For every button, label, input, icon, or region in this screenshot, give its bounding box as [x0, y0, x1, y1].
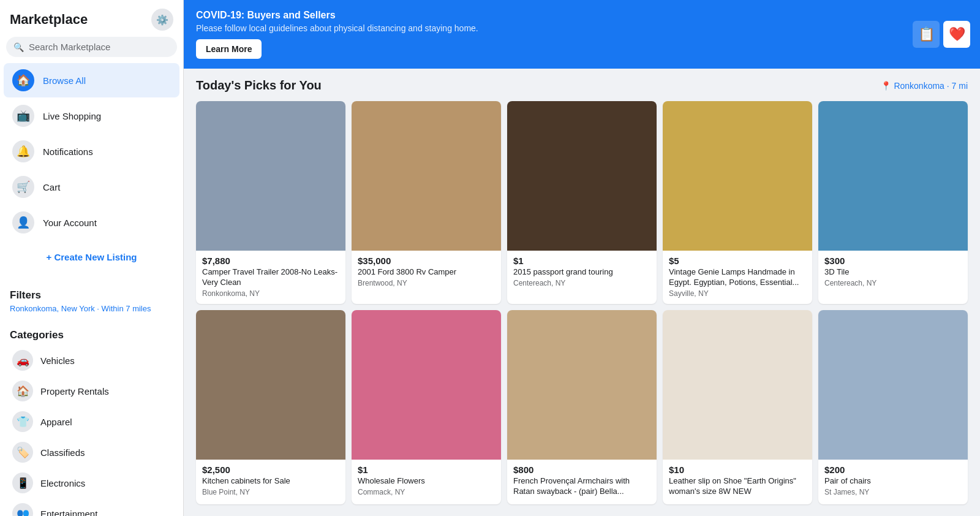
category-label: Classifieds	[40, 447, 85, 458]
product-name: Leather slip on Shoe "Earth Origins" wom…	[669, 476, 806, 497]
product-card[interactable]: $12015 passport grand touringCentereach,…	[507, 101, 657, 304]
product-price: $7,880	[202, 256, 339, 266]
category-item-apparel[interactable]: 👕 Apparel	[10, 406, 173, 437]
product-card[interactable]: $10Leather slip on Shoe "Earth Origins" …	[663, 310, 812, 504]
category-label: Apparel	[40, 417, 72, 427]
product-card[interactable]: $200Pair of chairsSt James, NY	[818, 310, 968, 504]
product-price: $800	[513, 465, 650, 475]
categories-section: Categories 🚗 Vehicles 🏠 Property Rentals…	[0, 324, 183, 516]
apparel-icon: 👕	[12, 411, 33, 432]
product-location: Commack, NY	[358, 488, 495, 496]
product-grid: $7,880Camper Travel Trailer 2008-No Leak…	[196, 101, 968, 504]
category-label: Entertainment	[40, 509, 97, 517]
product-name: 2001 Ford 3800 Rv Camper	[358, 267, 495, 278]
sidebar-item-notifications[interactable]: 🔔 Notifications	[4, 134, 179, 169]
product-price: $200	[824, 465, 962, 475]
product-name: Wholesale Flowers	[358, 476, 495, 487]
entertainment-icon: 👥	[12, 503, 33, 516]
sidebar-title: Marketplace	[10, 12, 88, 28]
category-item-entertainment[interactable]: 👥 Entertainment	[10, 498, 173, 516]
sidebar-item-label: Notifications	[43, 146, 93, 157]
filters-location[interactable]: Ronkonkoma, New York · Within 7 miles	[10, 304, 173, 313]
category-item-property-rentals[interactable]: 🏠 Property Rentals	[10, 376, 173, 406]
product-image	[196, 101, 345, 251]
category-label: Vehicles	[40, 355, 75, 366]
electronics-icon: 📱	[12, 472, 33, 493]
category-label: Property Rentals	[40, 386, 109, 396]
product-price: $1	[513, 256, 650, 266]
product-image	[196, 310, 345, 460]
product-price: $1	[358, 465, 495, 475]
product-card[interactable]: $3003D TileCentereach, NY	[818, 101, 968, 304]
account-icon: 👤	[12, 211, 34, 233]
product-image	[663, 101, 812, 251]
product-name: Vintage Genie Lamps Handmade in Egypt. E…	[669, 267, 806, 288]
picks-section: Today's Picks for You 📍 Ronkonkoma · 7 m…	[184, 69, 980, 514]
notifications-icon: 🔔	[12, 140, 34, 162]
product-name: 2015 passport grand touring	[513, 267, 650, 278]
sidebar-header: Marketplace ⚙️	[0, 0, 183, 37]
category-label: Electronics	[40, 478, 85, 488]
product-card[interactable]: $35,0002001 Ford 3800 Rv CamperBrentwood…	[352, 101, 501, 304]
product-price: $5	[669, 256, 806, 266]
product-image	[507, 310, 657, 460]
create-listing-button[interactable]: + Create New Listing	[7, 246, 176, 268]
product-card[interactable]: $5Vintage Genie Lamps Handmade in Egypt.…	[663, 101, 812, 304]
search-input[interactable]	[29, 42, 170, 52]
search-icon: 🔍	[13, 42, 24, 52]
cart-icon: 🛒	[12, 176, 34, 198]
categories-title: Categories	[10, 329, 173, 341]
vehicles-icon: 🚗	[12, 350, 33, 371]
nav-list: 🏠 Browse All 📺 Live Shopping 🔔 Notificat…	[0, 62, 183, 241]
product-name: Pair of chairs	[824, 476, 962, 487]
learn-more-button[interactable]: Learn More	[196, 39, 262, 59]
sidebar-item-label: Browse All	[43, 75, 86, 86]
category-item-vehicles[interactable]: 🚗 Vehicles	[10, 345, 173, 376]
settings-button[interactable]: ⚙️	[151, 9, 173, 31]
filters-section: Filters Ronkonkoma, New York · Within 7 …	[0, 283, 183, 324]
picks-header: Today's Picks for You 📍 Ronkonkoma · 7 m…	[196, 78, 968, 93]
product-name: Camper Travel Trailer 2008-No Leaks-Very…	[202, 267, 339, 288]
sidebar-item-label: Your Account	[43, 218, 97, 228]
product-location: Blue Point, NY	[202, 488, 339, 496]
sidebar-item-cart[interactable]: 🛒 Cart	[4, 170, 179, 204]
banner-icons: 📋 ❤️	[913, 21, 970, 48]
product-image	[352, 101, 501, 251]
sidebar-item-live-shopping[interactable]: 📺 Live Shopping	[4, 99, 179, 133]
browse-all-icon: 🏠	[12, 69, 34, 91]
sidebar-item-your-account[interactable]: 👤 Your Account	[4, 205, 179, 240]
banner-heart-icon: ❤️	[943, 21, 970, 48]
product-location: Centereach, NY	[824, 279, 962, 287]
sidebar: Marketplace ⚙️ 🔍 🏠 Browse All 📺 Live Sho…	[0, 0, 184, 516]
product-card[interactable]: $7,880Camper Travel Trailer 2008-No Leak…	[196, 101, 345, 304]
product-card[interactable]: $1Wholesale FlowersCommack, NY	[352, 310, 501, 504]
covid-title: COVID-19: Buyers and Sellers	[196, 10, 478, 21]
product-image	[818, 101, 968, 251]
product-location: Brentwood, NY	[358, 279, 495, 287]
category-item-electronics[interactable]: 📱 Electronics	[10, 468, 173, 498]
product-name: French Provençal Armchairs with Ratan sw…	[513, 476, 650, 497]
product-location: Sayville, NY	[669, 289, 806, 298]
live-shopping-icon: 📺	[12, 105, 34, 127]
product-card[interactable]: $2,500Kitchen cabinets for SaleBlue Poin…	[196, 310, 345, 504]
covid-description: Please follow local guidelines about phy…	[196, 23, 478, 33]
location-pin-icon: 📍	[881, 81, 891, 91]
covid-banner: COVID-19: Buyers and Sellers Please foll…	[184, 0, 980, 69]
sidebar-item-label: Cart	[43, 182, 60, 192]
location-tag: 📍 Ronkonkoma · 7 mi	[881, 81, 968, 91]
property-rentals-icon: 🏠	[12, 381, 33, 401]
product-name: Kitchen cabinets for Sale	[202, 476, 339, 487]
product-card[interactable]: $800French Provençal Armchairs with Rata…	[507, 310, 657, 504]
banner-clipboard-icon: 📋	[913, 21, 940, 48]
sidebar-item-browse-all[interactable]: 🏠 Browse All	[4, 63, 179, 97]
product-image	[507, 101, 657, 251]
product-location: St James, NY	[824, 488, 962, 496]
classifieds-icon: 🏷️	[12, 442, 33, 463]
category-item-classifieds[interactable]: 🏷️ Classifieds	[10, 437, 173, 468]
search-box[interactable]: 🔍	[6, 37, 177, 57]
location-text: Ronkonkoma · 7 mi	[894, 81, 968, 91]
sidebar-item-label: Live Shopping	[43, 111, 101, 121]
main-content: COVID-19: Buyers and Sellers Please foll…	[184, 0, 980, 516]
product-location: Ronkonkoma, NY	[202, 289, 339, 298]
create-listing-label: + Create New Listing	[47, 252, 137, 262]
